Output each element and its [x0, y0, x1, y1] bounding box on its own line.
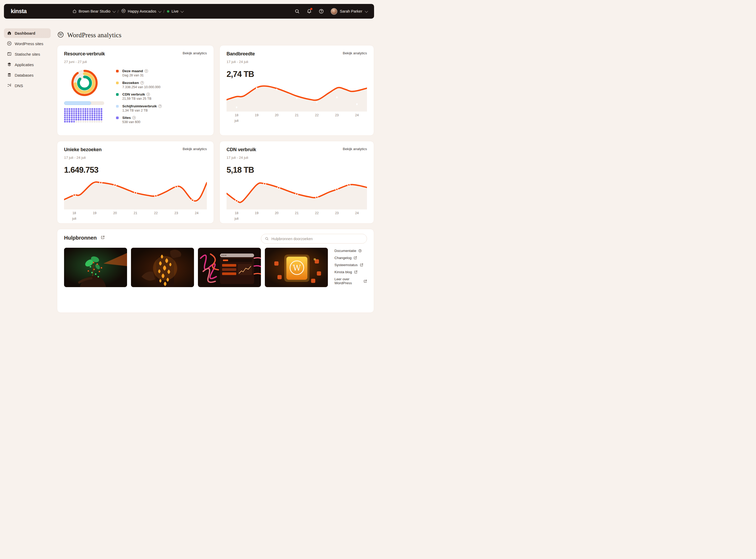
resource-link-systeemstatus[interactable]: Systeemstatus — [334, 263, 367, 267]
sidebar-item-databases[interactable]: Databases — [4, 70, 51, 80]
resource-link-documentatie[interactable]: Documentatie — [334, 249, 367, 253]
legend-label: Schijfruimteverbruik? — [122, 104, 162, 108]
sidebar-item-dashboard[interactable]: Dashboard — [4, 28, 51, 38]
resource-link-leer-over-wordpress[interactable]: Leer over WordPress — [334, 277, 367, 280]
help-circle-icon[interactable]: ? — [132, 116, 136, 119]
notifications-bell-icon[interactable] — [307, 9, 312, 14]
sidebar-item-applicaties[interactable]: Applicaties — [4, 60, 51, 70]
resource-image-community-drops[interactable] — [131, 248, 194, 280]
search-icon[interactable] — [294, 9, 300, 14]
resource-image-dashboard-neon[interactable] — [198, 248, 261, 280]
resource-link-kinsta-blog[interactable]: Kinsta blog — [334, 270, 367, 274]
sidebar-item-label: DNS — [15, 84, 23, 88]
resource-image-plant-growth[interactable] — [64, 248, 127, 280]
sidebar-item-label: Statische sites — [15, 52, 40, 57]
date-range: 27 juni - 27 juli — [64, 60, 207, 64]
resource-link-changelog[interactable]: Changelog — [334, 256, 367, 260]
view-analytics-link[interactable]: Bekijk analytics — [343, 147, 367, 151]
svg-text:W: W — [59, 32, 63, 37]
kinsta-logo[interactable]: kinsta — [11, 8, 27, 15]
wordpress-icon: W — [121, 9, 126, 14]
page-title-row: W WordPress analytics — [58, 31, 374, 39]
wordpress-icon: W — [58, 31, 64, 39]
sidebar-item-wordpress-sites[interactable]: WWordPress sites — [4, 39, 51, 48]
dns-icon — [7, 83, 12, 88]
x-axis-labels: 18192021222324juli — [64, 209, 207, 220]
resource-link-label: Changelog — [334, 256, 352, 260]
breadcrumb-separator: / — [118, 9, 119, 14]
legend-label: Bezoeken? — [122, 81, 160, 85]
help-circle-icon[interactable]: ? — [147, 93, 150, 96]
top-navbar: kinsta Brown Bear Studio / W Happy Avoca… — [4, 4, 374, 19]
legend-value: 21,59 TB van 25 TB — [122, 97, 152, 100]
resource-link-label: Documentatie — [334, 249, 356, 253]
legend-row: Sites?538 van 600 — [116, 116, 207, 124]
static-site-icon — [7, 52, 12, 57]
resource-charts — [64, 68, 105, 128]
cdn-usage-card: CDN verbruik Bekijk analytics 17 juli - … — [219, 141, 374, 224]
external-link-icon — [354, 270, 357, 274]
external-link-icon — [360, 263, 363, 267]
legend-swatch — [116, 93, 119, 96]
card-title: Resource-verbruik — [64, 51, 105, 57]
legend-row: Deze maand?Dag 28 van 31 — [116, 69, 207, 77]
resource-image-wordpress-server[interactable]: W — [265, 248, 328, 280]
resource-link-label: Leer over WordPress — [334, 277, 361, 280]
page-title: WordPress analytics — [67, 31, 121, 39]
legend-row: Bezoeken?7.338.254 van 10.000.000 — [116, 81, 207, 89]
svg-text:W: W — [8, 42, 11, 45]
breadcrumb-site[interactable]: W Happy Avocados — [121, 9, 161, 14]
cdn-total: 5,18 TB — [226, 165, 367, 175]
resources-card: Hulpbronnen W DocumentatieChangelogSyste… — [57, 229, 374, 280]
svg-text:W: W — [293, 263, 301, 272]
user-menu[interactable]: Sarah Parker — [331, 8, 367, 15]
resource-link-label: Systeemstatus — [334, 263, 358, 267]
cdn-usage-chart: 18192021222324juli — [226, 178, 367, 220]
help-circle-icon[interactable]: ? — [140, 81, 144, 85]
legend-label: Deze maand? — [122, 69, 148, 73]
view-analytics-link[interactable]: Bekijk analytics — [183, 147, 207, 151]
sidebar-item-label: Applicaties — [15, 63, 34, 67]
wordpress-icon: W — [7, 41, 12, 46]
resource-link-label: Kinsta blog — [334, 270, 352, 274]
chevron-down-icon — [181, 9, 184, 13]
sidebar-item-label: WordPress sites — [15, 42, 43, 46]
legend-label: Sites? — [122, 116, 140, 120]
breadcrumb-company-label: Brown Bear Studio — [79, 9, 111, 14]
sidebar-item-label: Dashboard — [15, 31, 35, 36]
legend-value: 1,34 TB van 2 TB — [122, 109, 162, 112]
external-link-icon — [354, 256, 357, 260]
breadcrumb-environment[interactable]: Live — [167, 9, 183, 14]
bandwidth-total: 2,74 TB — [226, 70, 367, 79]
live-status-dot — [167, 10, 169, 13]
breadcrumb-site-label: Happy Avocados — [128, 9, 156, 14]
view-analytics-link[interactable]: Bekijk analytics — [183, 51, 207, 55]
sidebar-item-dns[interactable]: DNS — [4, 81, 51, 91]
home-icon — [72, 9, 77, 14]
home-icon — [7, 31, 12, 36]
help-circle-icon[interactable]: ? — [144, 69, 148, 73]
resources-search-input[interactable] — [271, 237, 363, 241]
date-range: 17 juli - 24 juli — [64, 156, 207, 160]
help-circle-icon[interactable]: ? — [158, 105, 162, 108]
svg-text:W: W — [122, 10, 125, 12]
main-content: W WordPress analytics Resource-verbruik … — [57, 28, 374, 280]
user-name: Sarah Parker — [340, 9, 362, 14]
external-link-icon[interactable] — [101, 236, 105, 240]
help-icon[interactable] — [319, 9, 324, 14]
resource-legend: Deze maand?Dag 28 van 31Bezoeken?7.338.2… — [116, 68, 207, 128]
card-title: Bandbreedte — [226, 51, 255, 57]
chevron-down-icon — [158, 9, 162, 13]
breadcrumb: Brown Bear Studio / W Happy Avocados / L… — [72, 9, 183, 14]
layers-icon — [7, 62, 12, 67]
legend-row: CDN verbruik?21,59 TB van 25 TB — [116, 92, 207, 100]
breadcrumb-environment-label: Live — [172, 9, 178, 14]
view-analytics-link[interactable]: Bekijk analytics — [343, 51, 367, 55]
search-icon — [265, 237, 269, 241]
unique-visits-chart: 18192021222324juli — [64, 178, 207, 220]
notification-badge — [310, 8, 312, 10]
chevron-down-icon — [365, 9, 368, 13]
sidebar-item-statische-sites[interactable]: Statische sites — [4, 49, 51, 59]
breadcrumb-separator: / — [163, 9, 164, 14]
breadcrumb-company[interactable]: Brown Bear Studio — [72, 9, 115, 14]
